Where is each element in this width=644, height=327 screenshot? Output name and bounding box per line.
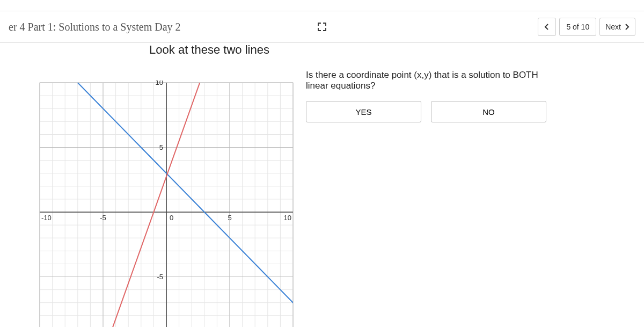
next-button[interactable]: Next [599,18,635,36]
coordinate-graph: -10-50510-10-5510 [38,81,295,327]
prev-button[interactable] [538,18,556,36]
svg-text:10: 10 [284,214,291,222]
svg-text:0: 0 [170,214,173,222]
header-bar: er 4 Part 1: Solutions to a System Day 2… [0,11,644,43]
svg-text:5: 5 [228,214,231,222]
answer-no-button[interactable]: NO [431,101,546,122]
svg-text:-5: -5 [100,214,106,222]
svg-text:-10: -10 [41,214,52,222]
svg-text:10: 10 [156,81,163,86]
answer-yes-button[interactable]: YES [306,101,421,122]
chevron-left-icon [544,23,550,31]
chevron-right-icon [624,23,630,31]
graph-panel: -10-50510-10-5510 [0,70,306,327]
question-panel: Is there a coordinate point (x,y) that i… [306,70,644,327]
assignment-title: er 4 Part 1: Solutions to a System Day 2 [9,21,181,33]
content: -10-50510-10-5510 Is there a coordinate … [0,64,644,327]
svg-text:5: 5 [159,143,163,151]
header-nav: 5 of 10 Next [538,18,635,36]
svg-text:-5: -5 [157,273,163,281]
expand-icon[interactable] [318,23,326,31]
question-text: Is there a coordinate point (x,y) that i… [306,70,542,91]
next-label: Next [605,23,621,31]
main-title: Look at these two lines [59,43,360,57]
page-indicator: 5 of 10 [559,18,596,36]
answer-row: YES NO [306,101,644,122]
